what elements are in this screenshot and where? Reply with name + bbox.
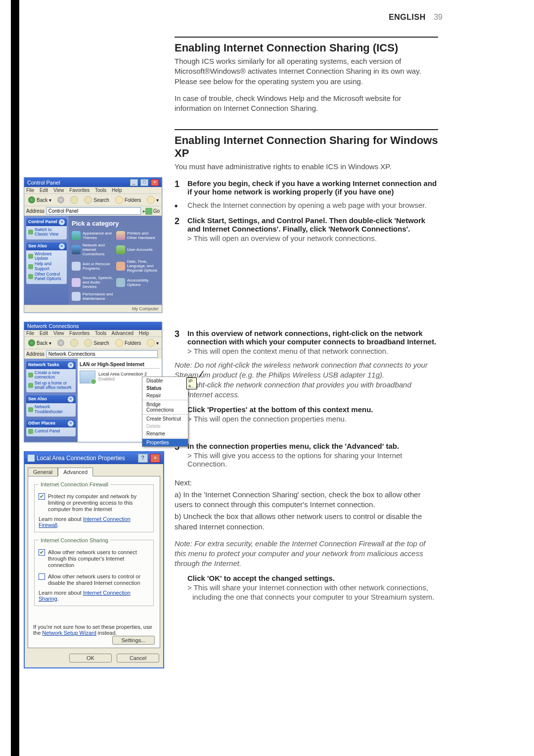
menu-tools[interactable]: Tools	[95, 188, 106, 193]
titlebar[interactable]: Control Panel _ □ ×	[24, 178, 162, 187]
see-also-link[interactable]: Network Troubleshooter	[28, 405, 74, 414]
language-label: ENGLISH	[389, 13, 426, 21]
folders-button[interactable]: Folders	[113, 195, 143, 204]
views-button[interactable]: ▾	[145, 338, 161, 347]
settings-button[interactable]: Settings...	[112, 636, 155, 645]
category-item[interactable]: Accessibility Options	[116, 276, 159, 289]
help-button[interactable]: ?	[138, 454, 148, 463]
connection-properties-dialog: Local Area Connection Properties ? × Gen…	[24, 451, 164, 668]
category-item[interactable]: Add or Remove Programs	[72, 259, 114, 273]
search-button[interactable]: Search	[82, 195, 111, 204]
search-button[interactable]: Search	[82, 338, 111, 347]
ctx-shortcut[interactable]: Create Shortcut	[142, 415, 188, 423]
maximize-button[interactable]: □	[140, 179, 148, 186]
next-a: a) In the 'Internet Connection Sharing' …	[175, 490, 438, 510]
step-2-text: Click Start, Settings, and Control Panel…	[187, 216, 438, 233]
menu-file[interactable]: File	[26, 188, 34, 193]
step-5-text: In the connection properties menu, click…	[187, 442, 438, 450]
ok-button[interactable]: OK	[69, 654, 112, 662]
ics-paragraph-1: Though ICS works similarly for all opera…	[175, 56, 438, 87]
menu-favorites[interactable]: Favorites	[69, 188, 89, 193]
views-button[interactable]: ▾	[145, 195, 161, 204]
category-item[interactable]: Appearance and Themes	[72, 231, 114, 240]
folders-button[interactable]: Folders	[113, 338, 143, 347]
collapse-icon[interactable]: «	[68, 421, 74, 426]
titlebar[interactable]: Network Connections	[24, 322, 162, 330]
collapse-icon[interactable]: «	[59, 243, 65, 249]
menu-favorites[interactable]: Favorites	[69, 331, 89, 336]
switch-classic-link[interactable]: Switch to Classic View	[28, 228, 65, 237]
minimize-button[interactable]: _	[130, 179, 138, 186]
menu-advanced[interactable]: Advanced	[112, 331, 134, 336]
category-item[interactable]: Date, Time, Language, and Regional Optio…	[116, 259, 159, 273]
menu-view[interactable]: View	[53, 188, 64, 193]
menu-help[interactable]: Help	[112, 188, 122, 193]
menu-edit[interactable]: Edit	[40, 188, 48, 193]
cursor-icon	[198, 371, 205, 379]
back-button[interactable]: Back ▾	[26, 339, 53, 347]
category-icon	[116, 262, 125, 271]
close-button[interactable]: ×	[150, 454, 160, 463]
address-input[interactable]	[46, 207, 141, 215]
forward-icon	[57, 339, 64, 346]
ctx-bridge[interactable]: Bridge Connections	[142, 401, 188, 414]
step-3-text: In this overview of network connections,…	[187, 329, 438, 346]
ctx-properties[interactable]: Properties	[142, 439, 188, 446]
collapse-icon[interactable]: «	[59, 219, 65, 225]
network-task-link[interactable]: Set up a home or small office network	[28, 381, 74, 390]
forward-button[interactable]	[55, 339, 66, 347]
forward-button[interactable]	[55, 196, 66, 204]
views-icon	[147, 339, 155, 347]
toolbar: Back ▾ Search Folders ▾	[24, 193, 162, 206]
address-bar: Address	[24, 349, 162, 359]
see-also-link[interactable]: Other Control Panel Options	[28, 272, 65, 282]
ics-control-checkbox[interactable]	[39, 573, 45, 580]
address-label: Address	[26, 208, 44, 214]
network-task-link[interactable]: Create a new connection	[28, 371, 74, 380]
note-1a: Note: Do not right-click the wireless ne…	[175, 360, 438, 380]
category-item[interactable]: Printers and Other Hardware	[116, 231, 159, 240]
dot-icon	[28, 383, 33, 388]
collapse-icon[interactable]: «	[68, 362, 74, 368]
category-item[interactable]: Performance and Maintenance	[72, 292, 114, 301]
category-item[interactable]: Sounds, Speech, and Audio Devices	[72, 276, 114, 289]
ctx-status[interactable]: Status	[142, 384, 188, 392]
category-item[interactable]: Network and Internet Connections	[72, 243, 114, 256]
menu-edit[interactable]: Edit	[40, 331, 48, 336]
ics-paragraph-2: In case of trouble, check Windows Help a…	[175, 94, 438, 114]
cancel-button[interactable]: Cancel	[117, 654, 159, 662]
ics-fieldset: Internet Connection Sharing ✔ Allow othe…	[34, 537, 154, 606]
ics-allow-checkbox[interactable]: ✔	[39, 549, 45, 556]
see-also-link[interactable]: Windows Update	[28, 252, 65, 261]
menu-bar[interactable]: File Edit View Favorites Tools Help	[24, 187, 162, 193]
firewall-checkbox[interactable]: ✔	[39, 493, 45, 500]
side-seealso-header: See Also	[28, 243, 47, 249]
step-5-sub: > This will give you access to the optio…	[187, 451, 438, 468]
category-item[interactable]: User Accounts	[116, 243, 159, 256]
wizard-link[interactable]: Network Setup Wizard	[42, 630, 96, 636]
back-button[interactable]: Back ▾	[26, 196, 53, 204]
back-icon	[28, 196, 35, 203]
collapse-icon[interactable]: «	[68, 396, 74, 402]
ok-sub2: including the one that connects your com…	[192, 593, 438, 601]
menu-view[interactable]: View	[53, 331, 64, 336]
tab-advanced[interactable]: Advanced	[58, 468, 93, 476]
titlebar[interactable]: Local Area Connection Properties ? ×	[25, 452, 163, 464]
see-also-link[interactable]: Help and Support	[28, 262, 65, 271]
menu-help[interactable]: Help	[139, 331, 149, 336]
ctx-repair[interactable]: Repair	[142, 392, 188, 399]
close-button[interactable]: ×	[151, 179, 159, 186]
ctx-disable[interactable]: Disable	[142, 377, 188, 384]
up-button[interactable]	[68, 338, 80, 347]
menu-bar[interactable]: File Edit View Favorites Tools Advanced …	[24, 330, 162, 336]
go-button[interactable]	[145, 208, 152, 215]
address-input[interactable]	[46, 350, 158, 358]
other-places-link[interactable]: Control Panel	[28, 429, 74, 434]
menu-tools[interactable]: Tools	[95, 331, 106, 336]
ctx-delete[interactable]: Delete	[142, 423, 188, 430]
tab-general[interactable]: General	[28, 468, 58, 476]
up-button[interactable]	[68, 195, 80, 204]
dot-icon	[28, 373, 33, 378]
menu-file[interactable]: File	[26, 331, 34, 336]
ctx-rename[interactable]: Rename	[142, 430, 188, 437]
